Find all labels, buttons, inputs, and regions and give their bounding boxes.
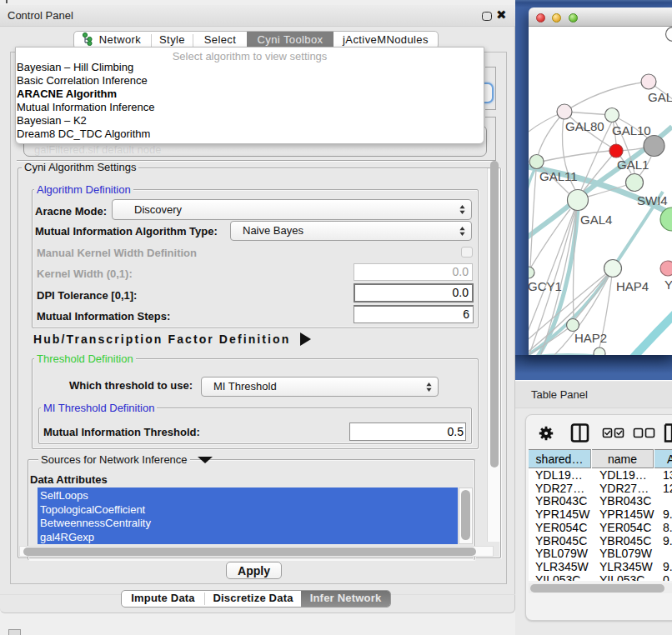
svg-text:HAP2: HAP2 bbox=[574, 331, 607, 345]
svg-text:HAP4: HAP4 bbox=[616, 279, 649, 293]
svg-text:GAL1: GAL1 bbox=[617, 158, 649, 172]
svg-text:GAL80: GAL80 bbox=[565, 119, 604, 133]
svg-text:GAL4: GAL4 bbox=[580, 212, 612, 227]
svg-text:GCY1: GCY1 bbox=[529, 279, 562, 293]
svg-text:SWI4: SWI4 bbox=[637, 193, 668, 208]
svg-text:GAL10: GAL10 bbox=[612, 123, 651, 138]
svg-text:Y: Y bbox=[664, 278, 672, 292]
svg-text:GAL11: GAL11 bbox=[539, 169, 578, 183]
svg-text:GAL7: GAL7 bbox=[648, 90, 672, 104]
